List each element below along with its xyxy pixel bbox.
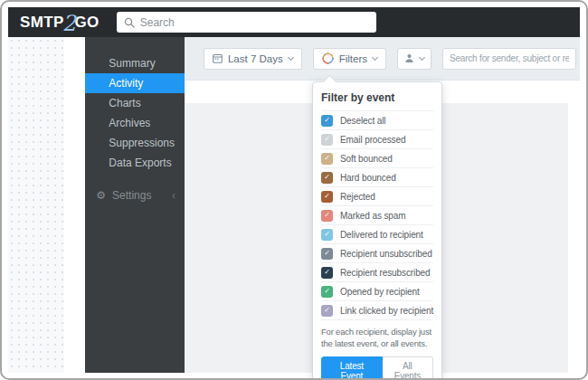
scrollbar-track[interactable] xyxy=(568,81,580,373)
all-events-button[interactable]: All Events xyxy=(383,356,433,380)
latest-event-button[interactable]: Latest Event xyxy=(321,356,383,380)
filter-event-option[interactable]: ✓ Rejected xyxy=(321,186,433,205)
person-icon xyxy=(404,53,414,63)
sidebar-item-settings[interactable]: ⚙ Settings ‹ xyxy=(85,185,185,205)
search-icon xyxy=(124,17,135,28)
checkbox-checked-icon[interactable]: ✓ xyxy=(321,286,333,298)
filters-label: Filters xyxy=(339,53,367,64)
app-header: SMTP 2 GO xyxy=(8,7,580,37)
chevron-down-icon xyxy=(372,53,378,60)
sidebar-item[interactable]: Archives xyxy=(85,113,185,133)
page-background-pattern xyxy=(8,37,64,373)
filter-event-option[interactable]: ✓ Email processed xyxy=(321,129,433,148)
checkbox-checked-icon[interactable]: ✓ xyxy=(321,134,333,146)
sidebar-nav: Summary Activity Charts Archives Suppres… xyxy=(85,53,185,173)
filters-icon xyxy=(322,52,334,64)
sidebar-item[interactable]: Charts xyxy=(85,93,185,113)
date-range-button[interactable]: Last 7 Days xyxy=(204,48,302,70)
filter-by-event-dropdown: Filter by event ✓ Deselect all ✓ Email p… xyxy=(312,81,442,380)
dropdown-footer-note: For each recipient, display just the lat… xyxy=(321,319,433,350)
global-search-box[interactable] xyxy=(117,12,376,33)
left-gutter xyxy=(64,37,86,373)
checkbox-checked-icon[interactable]: ✓ xyxy=(321,229,333,241)
checkbox-checked-icon[interactable]: ✓ xyxy=(321,115,333,127)
logo-text-right: GO xyxy=(75,14,100,32)
event-display-toggle: Latest Event All Events xyxy=(321,356,433,380)
sidebar: Summary Activity Charts Archives Suppres… xyxy=(85,37,185,373)
logo-text-left: SMTP xyxy=(20,14,64,32)
sidebar-item[interactable]: Data Exports xyxy=(85,153,185,173)
filter-event-label: Email processed xyxy=(340,135,405,145)
chevron-down-icon xyxy=(288,53,294,60)
global-search-input[interactable] xyxy=(140,16,369,29)
sidebar-item[interactable]: Suppressions xyxy=(85,133,185,153)
filter-event-label: Deselect all xyxy=(340,116,386,126)
checkbox-checked-icon[interactable]: ✓ xyxy=(321,305,333,317)
footer-note-line: the latest event, or all events. xyxy=(321,337,433,349)
filter-event-label: Recipient resubscribed xyxy=(340,268,431,278)
filter-event-label: Rejected xyxy=(340,192,375,202)
filter-event-option[interactable]: ✓ Delivered to recipient xyxy=(321,224,433,243)
gear-icon: ⚙ xyxy=(96,190,106,201)
filter-event-option[interactable]: ✓ Deselect all xyxy=(321,110,433,129)
smtp2go-logo[interactable]: SMTP 2 GO xyxy=(20,14,100,32)
filter-event-option[interactable]: ✓ Opened by recipient xyxy=(321,281,433,300)
filter-event-label: Soft bounced xyxy=(340,154,393,164)
checkbox-checked-icon[interactable]: ✓ xyxy=(321,267,333,279)
settings-label: Settings xyxy=(112,189,151,202)
checkbox-checked-icon[interactable]: ✓ xyxy=(321,248,333,260)
filter-event-label: Delivered to recipient xyxy=(340,230,423,240)
filter-event-option[interactable]: ✓ Link clicked by recipient xyxy=(321,300,433,319)
filter-event-list: ✓ Deselect all ✓ Email processed ✓ Soft … xyxy=(321,110,433,319)
app-window: SMTP 2 GO Summary Activity xyxy=(0,0,588,380)
sidebar-item[interactable]: Activity xyxy=(85,73,185,93)
dropdown-title: Filter by event xyxy=(321,90,433,110)
checkbox-checked-icon[interactable]: ✓ xyxy=(321,191,333,203)
filter-event-label: Link clicked by recipient xyxy=(340,306,433,316)
sidebar-item[interactable]: Summary xyxy=(85,53,185,73)
checkbox-checked-icon[interactable]: ✓ xyxy=(321,153,333,165)
filter-event-option[interactable]: ✓ Recipient resubscribed xyxy=(321,262,433,281)
filter-event-label: Opened by recipient xyxy=(340,287,420,297)
filter-event-label: Hard bounced xyxy=(340,173,396,183)
filter-event-option[interactable]: ✓ Soft bounced xyxy=(321,148,433,167)
date-range-label: Last 7 Days xyxy=(228,53,283,64)
chevron-left-icon[interactable]: ‹ xyxy=(172,189,175,202)
checkbox-checked-icon[interactable]: ✓ xyxy=(321,172,333,184)
filter-event-label: Marked as spam xyxy=(340,211,406,221)
activity-search-input[interactable] xyxy=(442,48,576,70)
filters-button[interactable]: Filters xyxy=(313,48,386,70)
filter-event-option[interactable]: ✓ Hard bounced xyxy=(321,167,433,186)
account-filter-button[interactable] xyxy=(397,48,432,70)
activity-toolbar: Last 7 Days Fi xyxy=(185,37,580,81)
chevron-down-icon xyxy=(419,53,425,60)
footer-note-line: For each recipient, display just xyxy=(321,326,433,337)
filter-event-option[interactable]: ✓ Recipient unsubscribed xyxy=(321,243,433,262)
calendar-icon xyxy=(213,53,223,63)
filter-event-option[interactable]: ✓ Marked as spam xyxy=(321,205,433,224)
checkbox-checked-icon[interactable]: ✓ xyxy=(321,210,333,222)
filter-event-label: Recipient unsubscribed xyxy=(340,249,432,259)
